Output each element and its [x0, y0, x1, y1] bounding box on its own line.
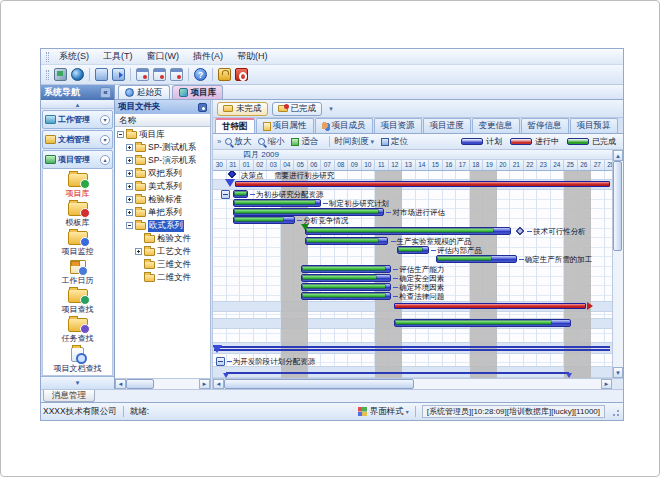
resize-grip[interactable]: [609, 406, 621, 418]
gantt-tool-button[interactable]: 缩小: [258, 136, 284, 148]
chevron-up-icon[interactable]: ▴: [100, 155, 110, 165]
tree-h-thumb[interactable]: [126, 379, 154, 389]
gantt-tab[interactable]: 暂停信息: [521, 118, 569, 133]
milestone-diamond[interactable]: [228, 171, 236, 178]
tree-toggle-icon[interactable]: [126, 144, 133, 151]
gantt-tool-button[interactable]: 放大: [225, 136, 251, 148]
folder-go-icon[interactable]: [112, 68, 125, 81]
gantt-h-scrollbar[interactable]: ◄ ►: [213, 378, 623, 389]
gantt-tool-button[interactable]: 定位: [381, 136, 408, 148]
chevron-down-icon[interactable]: ▾: [100, 135, 110, 145]
tree-toggle-icon[interactable]: [126, 170, 133, 177]
window-cascade-icon[interactable]: [153, 68, 166, 81]
tree-h-track[interactable]: [126, 379, 199, 389]
gantt-tab[interactable]: 项目属性: [256, 118, 314, 133]
gantt-task-bar[interactable]: [394, 319, 571, 327]
scroll-left-icon[interactable]: ◄: [213, 379, 224, 389]
scroll-right-icon[interactable]: ►: [199, 379, 210, 389]
tree-node[interactable]: 双把系列: [115, 167, 210, 180]
tree-toggle-icon[interactable]: [126, 222, 133, 229]
filter-button[interactable]: 未完成: [217, 102, 268, 116]
gantt-task-bar[interactable]: [305, 227, 512, 235]
menu-item[interactable]: 系统(S): [52, 49, 96, 64]
gantt-v-thumb[interactable]: [613, 161, 622, 251]
summary-bar[interactable]: [235, 181, 610, 187]
gantt-tool-button[interactable]: 适合: [291, 136, 318, 148]
scroll-up-icon[interactable]: ▲: [613, 150, 623, 161]
sidebar-group[interactable]: 项目管理▴: [42, 150, 113, 169]
toolbar-overflow-icon[interactable]: »: [217, 137, 221, 146]
tree-toggle-icon[interactable]: [135, 248, 142, 255]
gantt-h-track[interactable]: [224, 379, 601, 389]
folder-open-icon[interactable]: [95, 68, 108, 81]
tree-node[interactable]: SP-演示机系: [115, 154, 210, 167]
scroll-left-icon[interactable]: ◄: [115, 379, 126, 389]
tree-node[interactable]: 检验文件: [115, 232, 210, 245]
scroll-right-icon[interactable]: ►: [601, 379, 612, 389]
tree-toggle-icon[interactable]: [126, 183, 133, 190]
tree-node[interactable]: 三维文件: [115, 258, 210, 271]
sidebar-item[interactable]: 项目库: [66, 173, 90, 199]
lock-icon[interactable]: [218, 68, 231, 81]
document-tab[interactable]: 项目库: [172, 85, 224, 99]
gantt-task-bar[interactable]: [305, 237, 389, 245]
menu-item[interactable]: 帮助(H): [230, 49, 275, 64]
gantt-tab[interactable]: 变更信息: [472, 118, 520, 133]
gantt-chart[interactable]: 决策点需要进行初步研究为初步研究分配资源制定初步研究计划对市场进行评估分析竞争情…: [213, 171, 612, 378]
summary-bar[interactable]: [394, 303, 586, 309]
gantt-v-scrollbar[interactable]: ▲ ▼: [612, 150, 623, 378]
tree-toggle-icon[interactable]: [126, 157, 133, 164]
computer-icon[interactable]: [54, 68, 67, 81]
gantt-task-bar[interactable]: [233, 190, 248, 198]
sidebar-group[interactable]: 文档管理▾: [42, 130, 113, 149]
gantt-tab[interactable]: 项目进度: [423, 118, 471, 133]
menu-item[interactable]: 插件(A): [186, 49, 230, 64]
chevron-down-icon[interactable]: ▾: [100, 115, 110, 125]
tree-node[interactable]: 项目库: [115, 128, 210, 141]
help-icon[interactable]: [194, 68, 207, 81]
summary-bracket-line[interactable]: [226, 372, 570, 374]
gantt-tool-button[interactable]: 时间刻度▾: [334, 136, 374, 148]
gantt-task-bar[interactable]: [233, 199, 321, 207]
sidebar-item[interactable]: 项目监控: [62, 231, 94, 257]
window-new-icon[interactable]: [136, 68, 149, 81]
menu-item[interactable]: 窗口(W): [140, 49, 187, 64]
tree-node[interactable]: 检验标准: [115, 193, 210, 206]
tree-h-scrollbar[interactable]: ◄ ►: [115, 378, 210, 389]
pin-icon[interactable]: [198, 103, 207, 112]
sidebar-item[interactable]: 工作日历: [62, 260, 94, 286]
gantt-h-thumb[interactable]: [224, 379, 414, 389]
tree-node[interactable]: 二维文件: [115, 271, 210, 284]
exit-icon[interactable]: [235, 68, 248, 81]
tree-node[interactable]: 工艺文件: [115, 245, 210, 258]
tree-node[interactable]: 欧式系列: [115, 219, 210, 232]
sidebar-item[interactable]: 任务查找: [62, 318, 94, 344]
ui-style-button[interactable]: 界面样式 ▾: [370, 406, 409, 418]
sidebar-item[interactable]: 项目文档查找: [54, 347, 102, 374]
gantt-tab[interactable]: 项目成员: [315, 118, 373, 133]
gantt-task-bar[interactable]: [233, 208, 384, 216]
chevron-down-icon[interactable]: ▾: [326, 105, 336, 113]
tree-toggle-icon[interactable]: [117, 131, 124, 138]
gantt-task-bar[interactable]: [301, 283, 391, 291]
gantt-task-bar[interactable]: [301, 265, 391, 273]
tree-column-header[interactable]: 名称: [115, 114, 210, 127]
sidebar-item[interactable]: 项目查找: [62, 289, 94, 315]
tree-toggle-icon[interactable]: [126, 209, 133, 216]
gantt-task-bar[interactable]: [397, 246, 429, 254]
gantt-v-track[interactable]: [613, 161, 623, 367]
task-node-icon[interactable]: [221, 190, 230, 199]
menu-item[interactable]: 工具(T): [96, 49, 140, 64]
globe-icon[interactable]: [71, 68, 84, 81]
gantt-task-bar[interactable]: [436, 255, 517, 263]
gantt-task-bar[interactable]: [301, 292, 391, 300]
sidebar-pin-icon[interactable]: «: [100, 87, 111, 98]
sidebar-item[interactable]: 模板库: [66, 202, 90, 228]
tree-node[interactable]: SP-测试机系: [115, 141, 210, 154]
scroll-down-icon[interactable]: ▼: [613, 367, 623, 378]
sidebar-group[interactable]: 工作管理▾: [42, 110, 113, 129]
gantt-tab[interactable]: 项目资源: [374, 118, 422, 133]
tree-node[interactable]: 美式系列: [115, 180, 210, 193]
tree-node[interactable]: 单把系列: [115, 206, 210, 219]
document-tab[interactable]: 起始页: [118, 85, 170, 99]
